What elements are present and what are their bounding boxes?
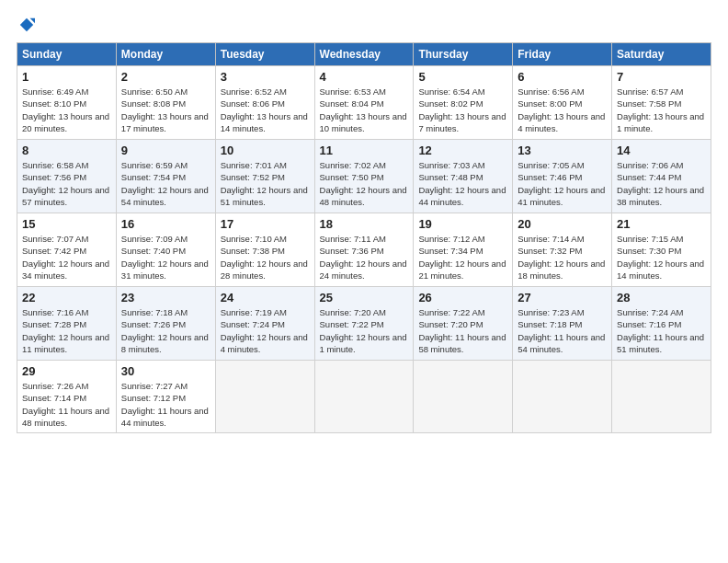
- day-info: Sunrise: 7:12 AMSunset: 7:34 PMDaylight:…: [418, 233, 507, 282]
- day-number: 2: [121, 70, 210, 84]
- day-number: 17: [221, 217, 310, 231]
- day-info: Sunrise: 7:16 AMSunset: 7:28 PMDaylight:…: [22, 306, 111, 355]
- header-friday: Friday: [513, 43, 612, 66]
- header-tuesday: Tuesday: [215, 43, 314, 66]
- day-number: 1: [22, 70, 111, 84]
- day-number: 25: [320, 291, 409, 304]
- page: Sunday Monday Tuesday Wednesday Thursday…: [0, 0, 728, 563]
- day-info: Sunrise: 6:58 AMSunset: 7:56 PMDaylight:…: [22, 159, 111, 208]
- day-info: Sunrise: 6:49 AMSunset: 8:10 PMDaylight:…: [22, 86, 111, 134]
- header-thursday: Thursday: [414, 43, 513, 66]
- day-number: 13: [518, 144, 607, 157]
- day-number: 12: [418, 144, 507, 157]
- day-info: Sunrise: 7:27 AMSunset: 7:12 PMDaylight:…: [121, 380, 210, 429]
- logo-icon: [18, 17, 35, 33]
- day-number: 19: [418, 217, 507, 231]
- calendar-cell: 29Sunrise: 7:26 AMSunset: 7:14 PMDayligh…: [17, 361, 117, 433]
- calendar-cell: [314, 361, 414, 433]
- calendar-cell: 21Sunrise: 7:15 AMSunset: 7:30 PMDayligh…: [612, 213, 711, 287]
- day-number: 21: [617, 217, 706, 231]
- calendar-table: Sunday Monday Tuesday Wednesday Thursday…: [17, 42, 711, 433]
- weekday-header-row: Sunday Monday Tuesday Wednesday Thursday…: [17, 43, 711, 66]
- day-info: Sunrise: 7:22 AMSunset: 7:20 PMDaylight:…: [418, 306, 507, 355]
- day-info: Sunrise: 7:09 AMSunset: 7:40 PMDaylight:…: [121, 233, 210, 282]
- calendar-cell: 17Sunrise: 7:10 AMSunset: 7:38 PMDayligh…: [215, 213, 314, 287]
- calendar-cell: 30Sunrise: 7:27 AMSunset: 7:12 PMDayligh…: [116, 361, 215, 433]
- calendar-cell: 4Sunrise: 6:53 AMSunset: 8:04 PMDaylight…: [314, 66, 414, 140]
- svg-marker-0: [20, 18, 33, 31]
- day-info: Sunrise: 7:07 AMSunset: 7:42 PMDaylight:…: [22, 233, 111, 282]
- calendar-cell: 9Sunrise: 6:59 AMSunset: 7:54 PMDaylight…: [116, 140, 215, 213]
- calendar-cell: 19Sunrise: 7:12 AMSunset: 7:34 PMDayligh…: [414, 213, 513, 287]
- calendar-row-5: 29Sunrise: 7:26 AMSunset: 7:14 PMDayligh…: [17, 361, 711, 433]
- day-info: Sunrise: 6:56 AMSunset: 8:00 PMDaylight:…: [518, 86, 607, 134]
- day-number: 3: [221, 70, 310, 84]
- day-number: 28: [617, 291, 706, 304]
- day-info: Sunrise: 7:26 AMSunset: 7:14 PMDaylight:…: [22, 380, 111, 429]
- day-number: 4: [320, 70, 409, 84]
- day-info: Sunrise: 6:52 AMSunset: 8:06 PMDaylight:…: [221, 86, 310, 134]
- day-info: Sunrise: 7:24 AMSunset: 7:16 PMDaylight:…: [617, 306, 706, 355]
- calendar-cell: 24Sunrise: 7:19 AMSunset: 7:24 PMDayligh…: [215, 287, 314, 361]
- calendar-cell: 3Sunrise: 6:52 AMSunset: 8:06 PMDaylight…: [215, 66, 314, 140]
- day-info: Sunrise: 6:57 AMSunset: 7:58 PMDaylight:…: [617, 86, 706, 134]
- day-number: 23: [121, 291, 210, 304]
- calendar-cell: 27Sunrise: 7:23 AMSunset: 7:18 PMDayligh…: [513, 287, 612, 361]
- day-number: 18: [320, 217, 409, 231]
- calendar-cell: 13Sunrise: 7:05 AMSunset: 7:46 PMDayligh…: [513, 140, 612, 213]
- day-info: Sunrise: 7:01 AMSunset: 7:52 PMDaylight:…: [221, 159, 310, 208]
- calendar-cell: 1Sunrise: 6:49 AMSunset: 8:10 PMDaylight…: [17, 66, 117, 140]
- calendar-cell: 8Sunrise: 6:58 AMSunset: 7:56 PMDaylight…: [17, 140, 117, 213]
- day-info: Sunrise: 7:18 AMSunset: 7:26 PMDaylight:…: [121, 306, 210, 355]
- day-number: 10: [221, 144, 310, 157]
- calendar-cell: 28Sunrise: 7:24 AMSunset: 7:16 PMDayligh…: [612, 287, 711, 361]
- day-number: 15: [22, 217, 111, 231]
- day-number: 11: [320, 144, 409, 157]
- day-info: Sunrise: 7:05 AMSunset: 7:46 PMDaylight:…: [518, 159, 607, 208]
- header-monday: Monday: [116, 43, 215, 66]
- day-number: 5: [418, 70, 507, 84]
- day-info: Sunrise: 7:20 AMSunset: 7:22 PMDaylight:…: [320, 306, 409, 355]
- day-number: 9: [121, 144, 210, 157]
- day-info: Sunrise: 6:50 AMSunset: 8:08 PMDaylight:…: [121, 86, 210, 134]
- day-info: Sunrise: 7:10 AMSunset: 7:38 PMDaylight:…: [221, 233, 310, 282]
- calendar-cell: 10Sunrise: 7:01 AMSunset: 7:52 PMDayligh…: [215, 140, 314, 213]
- header-sunday: Sunday: [17, 43, 117, 66]
- calendar-cell: 26Sunrise: 7:22 AMSunset: 7:20 PMDayligh…: [414, 287, 513, 361]
- day-info: Sunrise: 7:03 AMSunset: 7:48 PMDaylight:…: [418, 159, 507, 208]
- calendar-cell: [513, 361, 612, 433]
- header-wednesday: Wednesday: [314, 43, 414, 66]
- day-number: 24: [221, 291, 310, 304]
- day-info: Sunrise: 6:59 AMSunset: 7:54 PMDaylight:…: [121, 159, 210, 208]
- day-info: Sunrise: 7:02 AMSunset: 7:50 PMDaylight:…: [320, 159, 409, 208]
- day-number: 26: [418, 291, 507, 304]
- calendar-cell: 25Sunrise: 7:20 AMSunset: 7:22 PMDayligh…: [314, 287, 414, 361]
- calendar-row-2: 8Sunrise: 6:58 AMSunset: 7:56 PMDaylight…: [17, 140, 711, 213]
- day-number: 30: [121, 364, 210, 378]
- header-saturday: Saturday: [612, 43, 711, 66]
- calendar-cell: 18Sunrise: 7:11 AMSunset: 7:36 PMDayligh…: [314, 213, 414, 287]
- calendar-row-1: 1Sunrise: 6:49 AMSunset: 8:10 PMDaylight…: [17, 66, 711, 140]
- day-number: 22: [22, 291, 111, 304]
- day-number: 7: [617, 70, 706, 84]
- day-number: 16: [121, 217, 210, 231]
- day-number: 6: [518, 70, 607, 84]
- calendar-cell: 14Sunrise: 7:06 AMSunset: 7:44 PMDayligh…: [612, 140, 711, 213]
- header: [17, 17, 711, 33]
- calendar-cell: 16Sunrise: 7:09 AMSunset: 7:40 PMDayligh…: [116, 213, 215, 287]
- day-info: Sunrise: 7:23 AMSunset: 7:18 PMDaylight:…: [518, 306, 607, 355]
- calendar-row-3: 15Sunrise: 7:07 AMSunset: 7:42 PMDayligh…: [17, 213, 711, 287]
- day-number: 8: [22, 144, 111, 157]
- calendar-cell: [215, 361, 314, 433]
- logo: [17, 17, 35, 33]
- day-info: Sunrise: 7:14 AMSunset: 7:32 PMDaylight:…: [518, 233, 607, 282]
- calendar-cell: 11Sunrise: 7:02 AMSunset: 7:50 PMDayligh…: [314, 140, 414, 213]
- day-number: 14: [617, 144, 706, 157]
- day-info: Sunrise: 7:19 AMSunset: 7:24 PMDaylight:…: [221, 306, 310, 355]
- calendar-cell: 12Sunrise: 7:03 AMSunset: 7:48 PMDayligh…: [414, 140, 513, 213]
- day-number: 20: [518, 217, 607, 231]
- day-info: Sunrise: 6:53 AMSunset: 8:04 PMDaylight:…: [320, 86, 409, 134]
- day-number: 27: [518, 291, 607, 304]
- calendar-cell: 15Sunrise: 7:07 AMSunset: 7:42 PMDayligh…: [17, 213, 117, 287]
- calendar-cell: 23Sunrise: 7:18 AMSunset: 7:26 PMDayligh…: [116, 287, 215, 361]
